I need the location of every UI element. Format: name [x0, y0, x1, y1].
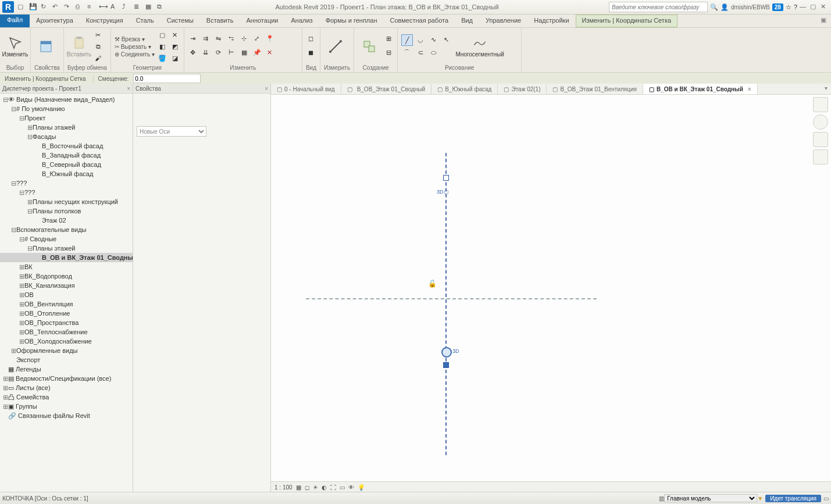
measure-icon[interactable]: ≡ — [87, 3, 95, 11]
create-group-button[interactable] — [358, 30, 381, 63]
join-geom-button[interactable]: ⊕ Соединить ▾ — [115, 51, 155, 58]
ribbon-collapse-icon[interactable]: ▣ — [816, 15, 831, 27]
matchtype-icon[interactable]: 🖌 — [93, 53, 104, 63]
unpin-icon[interactable]: 📍 — [265, 33, 275, 44]
scale-icon[interactable]: ⤢ — [252, 33, 262, 44]
hide-isolate-icon[interactable]: 👁 — [348, 484, 354, 491]
crop-view-icon[interactable]: ⛶ — [330, 484, 336, 491]
multisegment-button[interactable]: Многосегментный — [454, 30, 506, 63]
doctab-1[interactable]: ▢ В_ОВ_Этаж 01_Сводный — [341, 84, 432, 94]
copy-icon[interactable]: ⧉ — [93, 41, 104, 52]
infocenter-icon[interactable]: 🔍 — [710, 3, 718, 11]
scale-label[interactable]: 1 : 100 — [274, 484, 293, 491]
arc-center-icon[interactable]: ◡ — [415, 34, 426, 45]
doctab-0[interactable]: ▢ 0 - Начальный вид — [271, 84, 341, 94]
tab-modify-grid[interactable]: Изменить | Координаты Сетка — [576, 15, 678, 27]
doctab-3[interactable]: ▢ Этаж 02(1) — [498, 84, 547, 94]
undo-icon[interactable]: ↶ — [52, 3, 60, 11]
grid-bubble[interactable] — [441, 347, 452, 358]
drawing-canvas[interactable]: 3D▢ 🔓 3D 1 : 100 ▦ ◻ ☀ ◐ ⛶ — [271, 95, 831, 492]
properties-button[interactable] — [34, 30, 58, 63]
type-selector[interactable]: Новые Оси — [137, 126, 206, 137]
mirror-axis-icon[interactable]: ⇋ — [213, 33, 224, 44]
grid-drag-grip[interactable] — [443, 362, 449, 368]
maximize-icon[interactable]: ▢ — [810, 3, 818, 11]
tab-collaborate[interactable]: Совместная работа — [383, 15, 455, 27]
trim-extend-icon[interactable]: ⊢ — [226, 47, 237, 58]
close-icon[interactable]: ✕ — [821, 3, 829, 11]
split-face-icon[interactable]: ◧ — [157, 41, 167, 52]
doctabs-overflow-icon[interactable]: ▾ — [821, 84, 831, 94]
modify-button[interactable]: Изменить — [3, 30, 27, 63]
cope-button[interactable]: ⚒ Врезка ▾ — [115, 36, 155, 42]
shadows-icon[interactable]: ◐ — [322, 484, 327, 491]
tab-addins[interactable]: Надстройки — [527, 15, 575, 27]
tab-massing[interactable]: Формы и генплан — [319, 15, 384, 27]
paste-button[interactable]: Вставить — [67, 30, 91, 63]
favorites-icon[interactable]: ☆ — [786, 3, 791, 11]
nav-wheel-icon[interactable] — [813, 115, 828, 130]
tab-manage[interactable]: Управление — [479, 15, 527, 27]
grid-3d-toggle-bottom[interactable]: 3D — [452, 348, 459, 354]
nav-pan-icon[interactable] — [813, 132, 828, 147]
rotate-icon[interactable]: ⟳ — [213, 47, 224, 58]
mirror-draw-icon[interactable]: ⥃ — [226, 33, 237, 44]
search-input[interactable] — [609, 2, 708, 12]
line-tool-icon[interactable]: ╱ — [401, 34, 413, 46]
nav-home-icon[interactable] — [813, 97, 828, 112]
tab-analyze[interactable]: Анализ — [284, 15, 319, 27]
geom-tool2-icon[interactable]: ◪ — [170, 53, 180, 63]
array-icon[interactable]: ▦ — [239, 47, 249, 58]
tab-view[interactable]: Вид — [455, 15, 479, 27]
save-icon[interactable]: 💾 — [29, 3, 37, 11]
project-browser-close-icon[interactable]: × — [127, 85, 130, 92]
cut-geom-button[interactable]: ✂ Вырезать ▾ — [115, 44, 155, 50]
hide-icon[interactable]: ◻ — [306, 33, 316, 44]
visual-style-icon[interactable]: ◻ — [305, 484, 309, 491]
redo-icon[interactable]: ↷ — [64, 3, 72, 11]
section-icon[interactable]: ⤴ — [122, 3, 130, 11]
text-icon[interactable]: A — [110, 3, 119, 11]
create-assembly-icon[interactable]: ⊟ — [383, 47, 394, 58]
signin-icon[interactable]: 👤 — [721, 3, 729, 11]
tab-steel[interactable]: Сталь — [130, 15, 161, 27]
grid-lock-icon[interactable]: 🔓 — [428, 280, 437, 288]
grid-endpoint-top[interactable] — [443, 175, 449, 181]
detail-level-icon[interactable]: ▦ — [296, 484, 301, 491]
copy-move-icon[interactable]: ⇊ — [201, 47, 211, 58]
split-icon[interactable]: ⊹ — [239, 33, 249, 44]
demolish-icon[interactable]: ✕ — [170, 30, 180, 40]
paint-icon[interactable]: 🪣 — [157, 53, 167, 63]
print-icon[interactable]: ⎙ — [76, 3, 84, 11]
help-icon[interactable]: ? — [794, 3, 797, 10]
switch-windows-icon[interactable]: ⧉ — [157, 3, 165, 11]
status-worksets-icon[interactable]: ▥ — [659, 495, 664, 502]
grid-3d-toggle-top[interactable]: 3D▢ — [437, 189, 449, 195]
doctab-4[interactable]: ▢ В_ОВ_Этаж 01_Вентиляция — [547, 84, 643, 94]
offset-icon[interactable]: ⇉ — [201, 33, 211, 44]
arc-start-icon[interactable]: ⌒ — [401, 47, 412, 58]
cut-icon[interactable]: ✂ — [93, 30, 104, 40]
doctab-5[interactable]: ▢ В_ОВ и ВК_Этаж 01_Сводный× — [643, 84, 758, 94]
align-icon[interactable]: ⇥ — [188, 33, 198, 44]
spline-icon[interactable]: ∿ — [428, 34, 438, 45]
doctab-close-icon[interactable]: × — [748, 86, 751, 92]
ellipse-icon[interactable]: ⬭ — [428, 47, 438, 58]
reveal-hidden-icon[interactable]: 💡 — [358, 484, 365, 491]
status-filter-icon[interactable]: ▼ — [757, 495, 763, 502]
wall-opening-icon[interactable]: ▢ — [157, 30, 167, 40]
status-select-icon[interactable]: ▭ — [823, 495, 829, 502]
tab-systems[interactable]: Системы — [161, 15, 200, 27]
tab-annotate[interactable]: Аннотации — [240, 15, 285, 27]
user-label[interactable]: dmishin/EBWB — [731, 4, 770, 10]
notification-badge[interactable]: 28 — [772, 3, 783, 11]
arc-tan-icon[interactable]: ⊂ — [415, 47, 426, 58]
status-workset-select[interactable]: Главная модель — [664, 494, 757, 502]
minimize-icon[interactable]: — — [800, 3, 808, 11]
open-icon[interactable]: ▢ — [17, 3, 26, 11]
override-icon[interactable]: ◼ — [306, 47, 316, 58]
sun-path-icon[interactable]: ☀ — [313, 484, 318, 491]
sync-icon[interactable]: ↻ — [41, 3, 49, 11]
offset-input[interactable] — [133, 74, 201, 83]
measure-button[interactable] — [324, 30, 347, 63]
